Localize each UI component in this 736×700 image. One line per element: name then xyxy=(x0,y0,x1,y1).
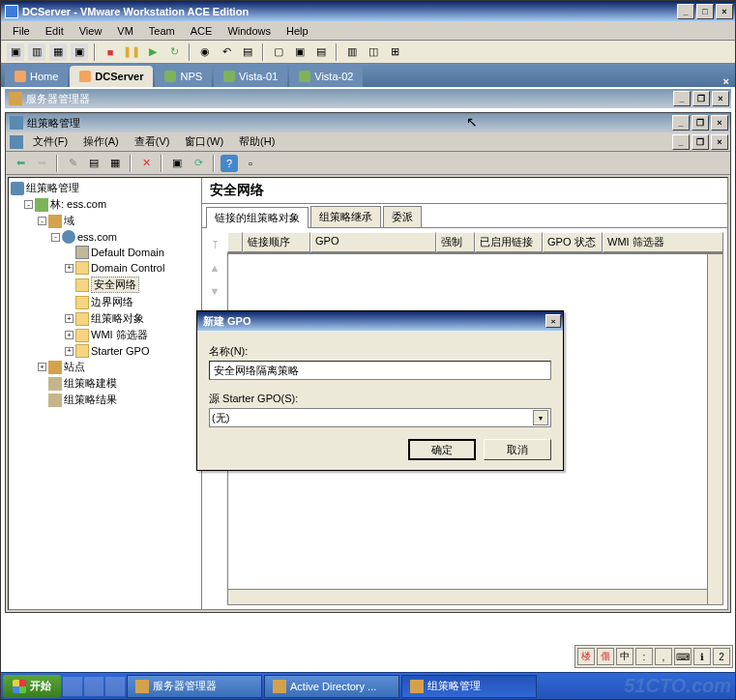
move-top-icon[interactable]: ⤒ xyxy=(206,236,223,253)
tree-gp-objects[interactable]: +组策略对象 xyxy=(11,310,199,327)
tree-ou-secure[interactable]: 安全网络 xyxy=(11,276,199,294)
refresh-icon[interactable]: ⟳ xyxy=(190,155,207,172)
dialog-close-button[interactable]: × xyxy=(545,314,561,328)
quicklaunch-icon[interactable] xyxy=(84,677,103,696)
thumbnail-icon[interactable]: ▦ xyxy=(49,44,67,61)
expand-toggle[interactable]: - xyxy=(51,233,60,242)
col-gpo[interactable]: GPO xyxy=(310,232,436,252)
tree-results[interactable]: 组策略结果 xyxy=(11,392,199,408)
tree-domains[interactable]: -域 xyxy=(11,213,199,229)
name-input[interactable] xyxy=(209,361,551,380)
mdi-restore-button[interactable]: ❐ xyxy=(692,134,709,150)
tab-dcserver[interactable]: DCServer xyxy=(70,66,153,87)
tree-sites[interactable]: +站点 xyxy=(11,359,199,375)
quicklaunch-icon[interactable] xyxy=(105,677,125,696)
ime-btn[interactable]: : xyxy=(635,648,653,665)
pause-icon[interactable]: ❚❚ xyxy=(123,44,140,61)
menu-windows[interactable]: Windows xyxy=(220,23,279,39)
taskbar-item-gpm[interactable]: 组策略管理 xyxy=(401,675,537,698)
view4-icon[interactable]: ▥ xyxy=(343,44,361,61)
quicklaunch-icon[interactable] xyxy=(63,677,82,696)
tab-home[interactable]: Home xyxy=(5,66,68,87)
list-icon[interactable]: ▦ xyxy=(106,155,124,172)
tree-ou-boundary[interactable]: 边界网络 xyxy=(11,294,199,310)
gp-menu-action[interactable]: 操作(A) xyxy=(77,132,125,151)
expand-toggle[interactable]: + xyxy=(65,347,74,356)
expand-toggle[interactable]: + xyxy=(38,363,46,371)
tab-close-button[interactable]: × xyxy=(718,75,735,87)
ime-btn[interactable]: 楼 xyxy=(577,648,595,665)
restore-button[interactable]: ❐ xyxy=(692,115,709,131)
ime-btn[interactable]: 傷 xyxy=(597,648,614,665)
view3-icon[interactable]: ▤ xyxy=(312,44,330,61)
view1-icon[interactable]: ▢ xyxy=(270,44,287,61)
tab-vista02[interactable]: Vista-02 xyxy=(289,66,363,87)
close-button[interactable]: × xyxy=(711,115,728,131)
revert-icon[interactable]: ↶ xyxy=(218,44,235,61)
snapshot-icon[interactable]: ◉ xyxy=(196,44,214,61)
vertical-scrollbar[interactable] xyxy=(707,254,722,604)
expand-toggle[interactable]: - xyxy=(24,200,33,209)
start-button[interactable]: 开始 xyxy=(3,675,61,698)
forward-icon[interactable]: ➡ xyxy=(33,155,50,172)
mdi-close-button[interactable]: × xyxy=(711,134,728,150)
close-button[interactable]: × xyxy=(712,91,729,106)
menu-edit[interactable]: Edit xyxy=(38,23,72,39)
tree-starter[interactable]: +Starter GPO xyxy=(11,343,199,359)
mdi-min-button[interactable]: _ xyxy=(672,134,690,150)
move-down-icon[interactable]: ▼ xyxy=(206,282,223,300)
min-button[interactable]: _ xyxy=(673,91,691,106)
delete-icon[interactable]: ✕ xyxy=(137,155,155,172)
ok-button[interactable]: 确定 xyxy=(408,439,476,460)
gp-menu-file[interactable]: 文件(F) xyxy=(27,132,74,151)
expand-toggle[interactable]: + xyxy=(65,331,74,339)
help-icon[interactable]: ? xyxy=(221,155,238,172)
horizontal-scrollbar[interactable] xyxy=(228,589,707,604)
play-icon[interactable]: ▶ xyxy=(144,44,162,61)
up-icon[interactable]: ✎ xyxy=(64,155,81,172)
gp-menu-window[interactable]: 窗口(W) xyxy=(179,132,229,151)
ime-info-icon[interactable]: ℹ xyxy=(693,648,711,665)
col-enforce[interactable]: 强制 xyxy=(436,232,475,252)
tree-root[interactable]: 组策略管理 xyxy=(11,180,199,196)
ime-keyboard-icon[interactable]: ⌨ xyxy=(674,648,692,665)
power-off-icon[interactable]: ▣ xyxy=(7,44,24,61)
col-wmi[interactable]: WMI 筛选器 xyxy=(603,232,723,252)
tree-forest[interactable]: -林: ess.com xyxy=(11,196,199,213)
cancel-button[interactable]: 取消 xyxy=(484,439,551,460)
view6-icon[interactable]: ⊞ xyxy=(386,44,403,61)
restore-button[interactable]: ❐ xyxy=(692,91,710,106)
detail-tab-inherit[interactable]: 组策略继承 xyxy=(310,206,381,227)
ime-toolbar[interactable]: 楼 傷 中 : , ⌨ ℹ 2 xyxy=(574,645,733,668)
tab-vista01[interactable]: Vista-01 xyxy=(214,66,287,87)
menu-view[interactable]: View xyxy=(72,23,110,39)
ime-btn[interactable]: , xyxy=(655,648,672,665)
col-enabled[interactable]: 已启用链接 xyxy=(475,232,543,252)
close-button[interactable]: × xyxy=(716,4,733,19)
col-link-order[interactable]: 链接顺序 xyxy=(243,232,310,252)
view5-icon[interactable]: ◫ xyxy=(365,44,382,61)
tree-modeling[interactable]: 组策略建模 xyxy=(11,375,199,392)
menu-vm[interactable]: VM xyxy=(109,23,141,39)
properties-icon[interactable]: ▤ xyxy=(85,155,103,172)
col-blank[interactable] xyxy=(227,232,243,252)
ime-btn[interactable]: 2 xyxy=(713,648,730,665)
sidebar-icon[interactable]: ▥ xyxy=(28,44,45,61)
fullscr-icon[interactable]: ▣ xyxy=(71,44,88,61)
taskbar-item-server-mgr[interactable]: 服务器管理器 xyxy=(127,675,262,698)
tree-domain[interactable]: -ess.com xyxy=(11,229,199,245)
ime-btn[interactable]: 中 xyxy=(616,648,633,665)
source-dropdown[interactable]: (无) ▼ xyxy=(209,408,551,427)
expand-toggle[interactable]: + xyxy=(65,314,74,323)
tab-nps[interactable]: NPS xyxy=(155,66,212,87)
minimize-button[interactable]: _ xyxy=(677,4,694,19)
reset-icon[interactable]: ↻ xyxy=(165,44,183,61)
taskbar-item-ad[interactable]: Active Directory ... xyxy=(264,675,399,698)
expand-toggle[interactable]: + xyxy=(65,264,74,273)
tool-icon[interactable]: ▫ xyxy=(242,155,259,172)
gp-menu-help[interactable]: 帮助(H) xyxy=(233,132,280,151)
tree-ou-dc[interactable]: +Domain Control xyxy=(11,260,199,276)
gp-tree[interactable]: 组策略管理 -林: ess.com -域 -ess.com Default Do… xyxy=(9,178,202,609)
stop-icon[interactable]: ■ xyxy=(102,44,119,61)
view2-icon[interactable]: ▣ xyxy=(291,44,309,61)
